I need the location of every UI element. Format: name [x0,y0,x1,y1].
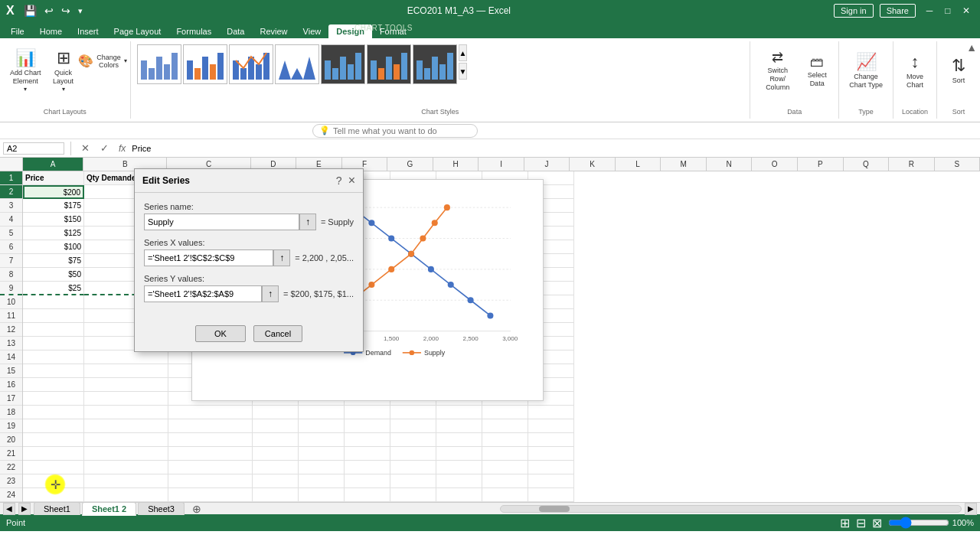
cell-a3[interactable]: $175 [23,199,84,213]
tab-formulas[interactable]: Formulas [168,24,219,38]
row-num-16[interactable]: 16 [0,378,22,392]
cell-a8[interactable]: $50 [23,268,84,282]
quick-save-icon[interactable]: 💾 [22,3,38,18]
tab-home[interactable]: Home [32,24,70,38]
col-header-g[interactable]: G [387,158,433,171]
col-header-p[interactable]: P [798,158,844,171]
scroll-right-end-btn[interactable]: ▶ [965,503,977,515]
col-header-j[interactable]: J [524,158,570,171]
col-header-r[interactable]: R [889,158,935,171]
row-num-23[interactable]: 23 [0,474,22,488]
tell-me-input[interactable] [333,126,471,135]
chart-style-7[interactable] [413,44,457,84]
col-header-k[interactable]: K [570,158,616,171]
col-header-n[interactable]: N [707,158,753,171]
undo-icon[interactable]: ↩ [43,3,55,18]
quick-layout-button[interactable]: ⊞ QuickLayout ▾ [48,44,79,98]
h-scroll-thumb[interactable] [539,506,570,512]
dialog-ok-button[interactable]: OK [195,325,246,342]
dialog-help-icon[interactable]: ? [336,174,342,187]
row-num-19[interactable]: 19 [0,419,22,433]
page-layout-view-btn[interactable]: ⊟ [856,516,866,530]
chart-styles-up[interactable]: ▲ [459,44,468,61]
row-num-18[interactable]: 18 [0,406,22,419]
row-num-1[interactable]: 1 [0,171,22,185]
sheet-tab-sheet1-2[interactable]: Sheet1 2 [82,502,136,516]
change-colors-button[interactable]: 🎨 Change Colors ▾ [82,47,124,74]
col-header-l[interactable]: L [616,158,662,171]
signin-button[interactable]: Sign in [834,4,874,18]
col-header-o[interactable]: O [752,158,798,171]
normal-view-btn[interactable]: ⊞ [840,516,850,530]
chart-style-6[interactable] [367,44,411,84]
chart-styles-down[interactable]: ▼ [459,63,468,80]
formula-input[interactable] [132,144,977,153]
row-num-15[interactable]: 15 [0,364,22,378]
row-num-8[interactable]: 8 [0,268,22,282]
row-num-12[interactable]: 12 [0,323,22,337]
cell-a6[interactable]: $100 [23,240,84,254]
series-y-range-btn[interactable]: ↑ [262,285,279,302]
col-header-i[interactable]: I [479,158,524,171]
series-name-input[interactable] [144,214,299,230]
row-num-10[interactable]: 10 [0,295,22,309]
row-num-21[interactable]: 21 [0,447,22,461]
row-num-20[interactable]: 20 [0,433,22,447]
cell-a4[interactable]: $150 [23,213,84,227]
cell-a7[interactable]: $75 [23,254,84,268]
row-num-24[interactable]: 24 [0,488,22,502]
close-button[interactable]: ✕ [959,5,974,16]
series-name-range-btn[interactable]: ↑ [299,214,316,230]
name-box[interactable] [3,142,64,155]
sheet-tab-sheet3[interactable]: Sheet3 [138,502,185,515]
page-break-view-btn[interactable]: ⊠ [872,516,882,530]
row-num-7[interactable]: 7 [0,254,22,268]
cell-a10[interactable] [23,295,84,309]
add-chart-element-button[interactable]: 📊 Add ChartElement ▾ [6,44,45,98]
dialog-close-button[interactable]: × [348,174,355,187]
maximize-button[interactable]: □ [940,5,956,16]
cell-a11[interactable] [23,309,84,323]
row-num-14[interactable]: 14 [0,350,22,364]
row-num-2[interactable]: 2 [0,185,22,199]
row-num-11[interactable]: 11 [0,309,22,323]
tab-review[interactable]: Review [252,24,295,38]
series-y-input[interactable] [144,285,262,302]
row-num-17[interactable]: 17 [0,392,22,406]
series-x-input[interactable] [144,249,273,266]
add-sheet-button[interactable]: ⊕ [186,501,207,517]
change-chart-type-button[interactable]: 📈 ChangeChart Type [845,44,887,98]
row-num-4[interactable]: 4 [0,213,22,227]
chart-style-3[interactable] [229,44,273,84]
row-num-5[interactable]: 5 [0,227,22,240]
select-data-button[interactable]: 🗃 SelectData [802,44,832,98]
col-header-s[interactable]: S [935,158,980,171]
chart-style-2[interactable] [183,44,227,84]
tab-file[interactable]: File [3,24,32,38]
cell-a5[interactable]: $125 [23,227,84,240]
row-num-13[interactable]: 13 [0,337,22,350]
row-num-22[interactable]: 22 [0,461,22,474]
formula-cancel-btn[interactable]: ✕ [77,141,93,155]
cell-a9[interactable]: $25 [23,282,84,295]
formula-confirm-btn[interactable]: ✓ [96,141,113,155]
tab-page-layout[interactable]: Page Layout [106,24,169,38]
col-header-m[interactable]: M [661,158,707,171]
tab-view[interactable]: View [296,24,329,38]
dialog-cancel-button[interactable]: Cancel [253,325,302,342]
tab-data[interactable]: Data [219,24,252,38]
row-num-9[interactable]: 9 [0,282,22,295]
cell-a1[interactable]: Price [23,171,84,185]
zoom-slider[interactable] [888,517,949,529]
scroll-left-btn[interactable]: ◀ [3,503,15,515]
col-header-h[interactable]: H [433,158,479,171]
switch-row-col-button[interactable]: ⇄ Switch Row/Column [756,44,799,98]
customize-qa-icon[interactable]: ▾ [77,5,84,18]
share-button[interactable]: Share [880,4,916,18]
col-header-a[interactable]: A [23,158,83,171]
tab-insert[interactable]: Insert [70,24,106,38]
ribbon-collapse-button[interactable]: ▲ [966,41,977,54]
chart-style-4[interactable] [275,44,319,84]
dialog-titlebar[interactable]: Edit Series ? × [135,169,363,193]
redo-icon[interactable]: ↪ [60,3,72,18]
